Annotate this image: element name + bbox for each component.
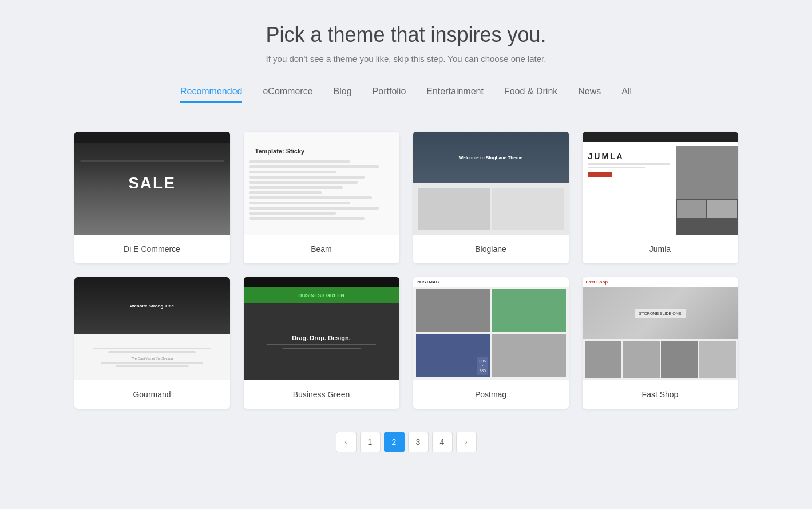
theme-info-postmag: Postmag [413,380,569,409]
tab-food-drink[interactable]: Food & Drink [504,86,557,103]
page-header: Pick a theme that inspires you. If you d… [74,23,738,64]
theme-card-business-green[interactable]: BUSINESS GREEN Drag. Drop. Design. Busin… [244,277,399,409]
theme-card-di-ecommerce[interactable]: Di E Commerce [74,132,230,263]
theme-info-business-green: Business Green [244,380,399,409]
theme-info-gourmand: Gourmand [74,380,230,409]
pagination-page-3[interactable]: 3 [408,432,429,452]
page-title: Pick a theme that inspires you. [74,23,738,47]
theme-preview-gourmand: Website Strong Title The Qualities of th… [74,277,230,380]
theme-name-fast-shop: Fast Shop [642,390,679,399]
theme-name-business-green: Business Green [293,390,350,399]
theme-info-beam: Beam [244,235,399,263]
theme-card-fast-shop[interactable]: Fast Shop STORONE SLIDE ONE Fast Shop [583,277,738,409]
page-subtitle: If you don't see a theme you like, skip … [74,54,738,64]
theme-info-di-ecommerce: Di E Commerce [74,235,230,263]
tab-blog[interactable]: Blog [334,86,352,103]
theme-preview-bloglane: Welcome to BlogLane Theme [413,132,569,235]
theme-name-beam: Beam [311,244,332,254]
pagination-prev[interactable]: ‹ [336,432,357,452]
theme-preview-di-ecommerce [74,132,230,235]
tab-all[interactable]: All [621,86,632,103]
theme-name-gourmand: Gourmand [133,390,171,399]
theme-info-jumla: Jumla [583,235,738,263]
tab-news[interactable]: News [578,86,601,103]
theme-info-bloglane: Bloglane [413,235,569,263]
theme-preview-postmag: POSTMAG 336×280 [413,277,569,380]
pagination-next[interactable]: › [456,432,477,452]
theme-preview-beam [244,132,399,235]
pagination: ‹ 1 2 3 4 › [74,432,738,452]
theme-preview-fast-shop: Fast Shop STORONE SLIDE ONE [583,277,738,380]
theme-info-fast-shop: Fast Shop [583,380,738,409]
theme-name-bloglane: Bloglane [475,244,506,254]
tab-ecommerce[interactable]: eCommerce [263,86,312,103]
tab-portfolio[interactable]: Portfolio [373,86,406,103]
pagination-page-2[interactable]: 2 [384,432,405,452]
theme-tabs: Recommended eCommerce Blog Portfolio Ent… [74,86,738,103]
page-wrapper: Pick a theme that inspires you. If you d… [63,0,750,487]
theme-name-di-ecommerce: Di E Commerce [124,244,180,254]
theme-card-gourmand[interactable]: Website Strong Title The Qualities of th… [74,277,230,409]
theme-preview-jumla: JUMLA [583,132,738,235]
theme-card-jumla[interactable]: JUMLA Jum [583,132,738,263]
themes-grid: Di E Commerce [74,132,738,409]
theme-card-beam[interactable]: Beam [244,132,399,263]
theme-preview-business-green: BUSINESS GREEN Drag. Drop. Design. [244,277,399,380]
tab-entertainment[interactable]: Entertainment [426,86,484,103]
pagination-page-1[interactable]: 1 [360,432,381,452]
tab-recommended[interactable]: Recommended [180,86,243,103]
theme-card-bloglane[interactable]: Welcome to BlogLane Theme Bloglane [413,132,569,263]
theme-name-postmag: Postmag [475,390,506,399]
theme-name-jumla: Jumla [649,244,671,254]
theme-card-postmag[interactable]: POSTMAG 336×280 Postmag [413,277,569,409]
pagination-page-4[interactable]: 4 [432,432,453,452]
